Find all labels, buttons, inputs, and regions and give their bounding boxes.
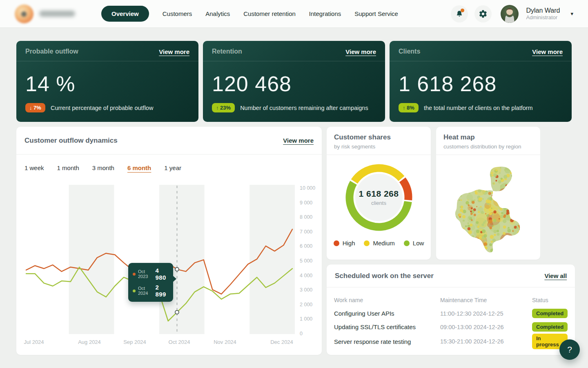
legend-label: Medium bbox=[373, 240, 394, 247]
x-axis-tick: Dec 2024 bbox=[262, 339, 301, 345]
region-heat-map bbox=[436, 157, 540, 256]
user-avatar[interactable] bbox=[501, 5, 519, 23]
month-band bbox=[159, 185, 205, 334]
notification-dot bbox=[461, 9, 464, 12]
range-tab-1-week[interactable]: 1 week bbox=[24, 164, 44, 175]
nav-item-analytics[interactable]: Analytics bbox=[205, 10, 230, 17]
kpi-value: 120 468 bbox=[203, 61, 385, 96]
cursor-marker bbox=[175, 310, 179, 314]
y-axis-tick: 9 000 bbox=[300, 200, 326, 206]
card-title: Scheduled work on the server bbox=[335, 272, 434, 280]
work-name: Server response rate testing bbox=[334, 338, 440, 345]
user-menu[interactable]: Dylan Ward Administrator bbox=[526, 7, 560, 21]
chevron-down-icon[interactable]: ▾ bbox=[570, 11, 573, 17]
logo-wordmark-blurred bbox=[39, 11, 75, 17]
series-dot-oct-2023 bbox=[133, 273, 136, 276]
status-badge: Completed bbox=[532, 309, 568, 318]
kpi-value: 14 % bbox=[16, 61, 198, 96]
maintenance-time: 15:30-21:00 2024-12-26 bbox=[440, 338, 532, 345]
nav-item-integrations[interactable]: Integrations bbox=[309, 10, 341, 17]
trend-badge: ↑ 8% bbox=[399, 103, 419, 112]
trend-badge: ↑ 23% bbox=[212, 103, 235, 112]
donut-inner-circle bbox=[355, 174, 403, 221]
nav-item-support-service[interactable]: Support Service bbox=[354, 10, 398, 17]
card-title: Customer shares bbox=[334, 133, 423, 141]
heat-map-card: Heat map customers distribution by regio… bbox=[436, 127, 540, 260]
avatar-portrait bbox=[501, 5, 519, 23]
range-tab-3-month[interactable]: 3 month bbox=[92, 164, 114, 175]
risk-donut-chart bbox=[342, 161, 416, 234]
tooltip-series-value: 4 980 bbox=[155, 267, 169, 281]
maintenance-time: 09:00-13:00 2024-12-26 bbox=[440, 324, 532, 330]
user-role: Administrator bbox=[526, 14, 560, 21]
range-tab-1-month[interactable]: 1 month bbox=[57, 164, 79, 175]
settings-button[interactable] bbox=[474, 5, 492, 22]
x-axis-tick: Oct 2024 bbox=[160, 339, 199, 345]
x-axis-tick: Jul 2024 bbox=[14, 339, 53, 345]
nav-item-customer-retention[interactable]: Customer retention bbox=[243, 10, 296, 17]
maintenance-time: 11:00-12:30 2024-12-25 bbox=[440, 310, 532, 317]
outflow-line-chart bbox=[24, 185, 295, 335]
nav-item-overview[interactable]: Overview bbox=[101, 6, 149, 22]
legend-dot-low bbox=[404, 240, 410, 246]
table-row: Configuring User APIs 11:00-12:30 2024-1… bbox=[334, 307, 568, 320]
y-axis-tick: 0 bbox=[300, 331, 326, 337]
kpi-title: Probable outflow bbox=[25, 48, 78, 55]
y-axis-tick: 3 000 bbox=[300, 287, 326, 293]
outflow-dynamics-card: Customer outflow dynamics View more 1 we… bbox=[16, 127, 322, 355]
kpi-value: 1 618 268 bbox=[390, 61, 572, 96]
dashboard-content: Probable outflow View more 14 % ↓ 7% Cur… bbox=[16, 41, 572, 355]
header-actions: Dylan Ward Administrator ▾ bbox=[451, 5, 573, 23]
line-chart-area[interactable]: 10 0009 0008 0007 0006 0005 0004 0003 00… bbox=[24, 185, 314, 348]
y-axis-tick: 4 000 bbox=[300, 273, 326, 278]
chart-tooltip: Oct 2023 4 980 Oct 2024 2 899 bbox=[128, 263, 173, 302]
table-row: Updating SSL/TLS certificates 09:00-13:0… bbox=[334, 320, 568, 334]
nav-item-customers[interactable]: Customers bbox=[163, 10, 192, 17]
x-axis-tick: Aug 2024 bbox=[70, 339, 109, 345]
column-header-work-name: Work name bbox=[334, 297, 440, 303]
kpi-description: Current percentage of probable outflow bbox=[51, 105, 154, 111]
view-more-link[interactable]: View more bbox=[532, 48, 563, 55]
view-more-link[interactable]: View more bbox=[283, 137, 314, 144]
gear-icon bbox=[479, 9, 488, 18]
time-range-tabs: 1 week 1 month 3 month 6 month 1 year bbox=[16, 155, 322, 175]
series-dot-oct-2024 bbox=[133, 289, 136, 292]
card-subtitle: by risk segments bbox=[334, 144, 423, 150]
y-axis-tick: 10 000 bbox=[300, 185, 326, 191]
kpi-title: Retention bbox=[212, 48, 242, 55]
maintenance-table: Work name Maintenance Time Status Config… bbox=[327, 287, 575, 347]
scheduled-work-card: Scheduled work on the server View all Wo… bbox=[327, 265, 575, 355]
table-row: Server response rate testing 15:30-21:00… bbox=[334, 334, 568, 347]
column-header-status: Status bbox=[532, 297, 568, 303]
work-name: Configuring User APIs bbox=[334, 310, 440, 317]
view-all-link[interactable]: View all bbox=[544, 272, 567, 279]
tooltip-series-label: Oct 2023 bbox=[138, 269, 153, 279]
kpi-title: Clients bbox=[399, 48, 420, 55]
view-more-link[interactable]: View more bbox=[159, 48, 189, 55]
brand-logo[interactable] bbox=[15, 4, 75, 23]
trend-badge: ↓ 7% bbox=[25, 103, 45, 112]
legend-label: High bbox=[343, 240, 355, 247]
top-navigation-bar: Overview Customers Analytics Customer re… bbox=[0, 0, 588, 28]
range-tab-6-month[interactable]: 6 month bbox=[127, 164, 151, 175]
notifications-button[interactable] bbox=[451, 5, 468, 22]
status-badge: Completed bbox=[532, 322, 568, 332]
help-button[interactable]: ? bbox=[559, 339, 580, 360]
kpi-description: Number of customers remaining after camp… bbox=[240, 105, 368, 111]
kpi-card-retention: Retention View more 120 468 ↑ 23% Number… bbox=[203, 41, 385, 122]
work-name: Updating SSL/TLS certificates bbox=[334, 323, 440, 330]
y-axis-tick: 2 000 bbox=[300, 302, 326, 307]
card-subtitle: customers distribution by region bbox=[443, 144, 533, 150]
range-tab-1-year[interactable]: 1 year bbox=[164, 164, 181, 175]
tooltip-series-value: 2 899 bbox=[155, 284, 169, 298]
legend-label: Low bbox=[413, 240, 424, 247]
y-axis-tick: 1 000 bbox=[300, 316, 326, 322]
user-name: Dylan Ward bbox=[526, 7, 560, 14]
kpi-card-clients: Clients View more 1 618 268 ↑ 8% the tot… bbox=[390, 41, 572, 122]
view-more-link[interactable]: View more bbox=[345, 48, 376, 55]
donut-legend: High Medium Low bbox=[334, 240, 424, 247]
main-nav: Overview Customers Analytics Customer re… bbox=[101, 6, 398, 22]
customer-shares-card: Customer shares by risk segments 1 618 2… bbox=[327, 127, 431, 260]
y-axis-tick: 8 000 bbox=[300, 214, 326, 220]
card-title: Heat map bbox=[443, 133, 533, 141]
